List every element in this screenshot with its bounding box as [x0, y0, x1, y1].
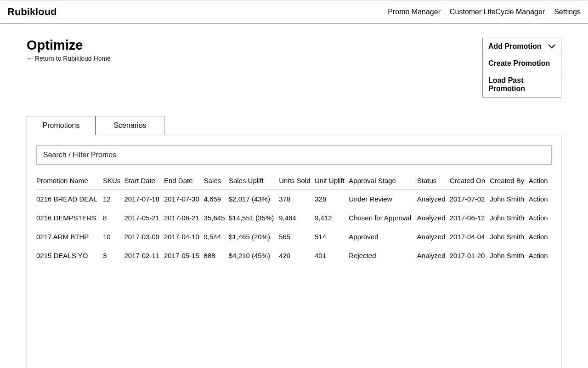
dropdown-load-past-promotion[interactable]: Load Past Promotion — [483, 72, 561, 97]
cell-uplift: $1,465 (20%) — [229, 227, 279, 246]
add-promotion-button[interactable]: Add Promotion — [483, 38, 561, 55]
col-skus: SKUs — [103, 172, 124, 190]
cell-start: 2017-05-21 — [124, 208, 164, 227]
cell-stage: Chosen for Approval — [349, 208, 417, 227]
dropdown-create-promotion[interactable]: Create Promotion — [483, 55, 561, 72]
table-row: 0217 ARM BTHP102017-03-092017-04-109,544… — [36, 227, 552, 246]
col-unit-uplift: Unit Uplift — [315, 172, 349, 190]
cell-end: 2017-06-21 — [164, 208, 204, 227]
cell-name: 0217 ARM BTHP — [36, 227, 103, 246]
cell-created-by: John Smith — [490, 208, 529, 227]
cell-created-by: John Smith — [490, 227, 529, 246]
cell-created-on: 2017-07-02 — [450, 190, 490, 209]
cell-units: 378 — [279, 190, 315, 209]
promotions-panel: Promotion Name SKUs Start Date End Date … — [27, 135, 561, 368]
cell-unit-uplift: 9,412 — [315, 208, 349, 227]
cell-sales: 888 — [204, 246, 229, 265]
col-action: Action — [529, 172, 552, 190]
chevron-down-icon — [548, 42, 555, 51]
cell-action[interactable]: Action — [529, 190, 552, 209]
col-status: Status — [417, 172, 450, 190]
cell-start: 2017-07-18 — [124, 190, 164, 209]
cell-skus: 3 — [103, 246, 124, 265]
search-input[interactable] — [36, 145, 552, 165]
tab-scenarios[interactable]: Scenarios — [96, 116, 164, 135]
cell-created-on: 2017-06-12 — [450, 208, 490, 227]
cell-created-by: John Smith — [490, 190, 529, 209]
app-header: Rubikloud Promo Manager Customer LifeCyc… — [0, 0, 588, 24]
cell-stage: Approved — [349, 227, 417, 246]
cell-name: 0215 DEALS YO — [36, 246, 103, 265]
nav-customer-lifecycle[interactable]: Customer LifeCycle Manager — [450, 8, 545, 16]
add-promotion-dropdown: Add Promotion Create Promotion Load Past… — [482, 38, 561, 98]
cell-skus: 8 — [103, 208, 124, 227]
cell-end: 2017-05-15 — [164, 246, 204, 265]
return-link[interactable]: ← Return to Rubikloud Home — [27, 55, 111, 62]
table-header-row: Promotion Name SKUs Start Date End Date … — [36, 172, 552, 190]
cell-action[interactable]: Action — [529, 227, 552, 246]
cell-sales: 9,544 — [204, 227, 229, 246]
cell-units: 420 — [279, 246, 315, 265]
cell-uplift: $14,551 (35%) — [229, 208, 279, 227]
cell-skus: 12 — [103, 190, 124, 209]
tab-bar: Promotions Scenarios — [27, 116, 561, 135]
col-start-date: Start Date — [124, 172, 164, 190]
col-created-on: Created On — [450, 172, 490, 190]
col-sales: Sales — [204, 172, 229, 190]
cell-units: 565 — [279, 227, 315, 246]
cell-status: Analyzed — [417, 246, 450, 265]
cell-status: Analyzed — [417, 208, 450, 227]
page-content: Optimize ← Return to Rubikloud Home Add … — [0, 24, 588, 368]
table-row: 0216 BREAD DEAL122017-07-182017-07-304,6… — [36, 190, 552, 209]
cell-action[interactable]: Action — [529, 208, 552, 227]
add-promotion-label: Add Promotion — [488, 42, 542, 51]
cell-action[interactable]: Action — [529, 246, 552, 265]
cell-unit-uplift: 514 — [315, 227, 349, 246]
cell-sales: 35,645 — [204, 208, 229, 227]
cell-skus: 10 — [103, 227, 124, 246]
cell-sales: 4,659 — [204, 190, 229, 209]
cell-units: 9,464 — [279, 208, 315, 227]
cell-end: 2017-04-10 — [164, 227, 204, 246]
cell-uplift: $2,017 (43%) — [229, 190, 279, 209]
col-end-date: End Date — [164, 172, 204, 190]
cell-start: 2017-02-11 — [124, 246, 164, 265]
cell-end: 2017-07-30 — [164, 190, 204, 209]
table-row: 0216 DEMPSTERS82017-05-212017-06-2135,64… — [36, 208, 552, 227]
nav-settings[interactable]: Settings — [554, 8, 581, 16]
col-promotion-name: Promotion Name — [36, 172, 103, 190]
cell-start: 2017-03-09 — [124, 227, 164, 246]
cell-name: 0216 BREAD DEAL — [36, 190, 103, 209]
brand-logo[interactable]: Rubikloud — [7, 6, 57, 18]
cell-unit-uplift: 401 — [315, 246, 349, 265]
col-units-sold: Units Sold — [279, 172, 315, 190]
table-row: 0215 DEALS YO32017-02-112017-05-15888$4,… — [36, 246, 552, 265]
cell-name: 0216 DEMPSTERS — [36, 208, 103, 227]
cell-stage: Rejected — [349, 246, 417, 265]
nav-promo-manager[interactable]: Promo Manager — [388, 8, 441, 16]
cell-stage: Under Review — [349, 190, 417, 209]
col-sales-uplift: Sales Uplift — [229, 172, 279, 190]
promotions-table: Promotion Name SKUs Start Date End Date … — [36, 172, 552, 265]
top-nav: Promo Manager Customer LifeCycle Manager… — [388, 8, 581, 16]
cell-created-on: 2017-04-04 — [450, 227, 490, 246]
page-title: Optimize — [27, 38, 111, 53]
title-block: Optimize ← Return to Rubikloud Home — [27, 38, 111, 62]
cell-created-by: John Smith — [490, 246, 529, 265]
title-row: Optimize ← Return to Rubikloud Home Add … — [27, 38, 561, 98]
tab-promotions[interactable]: Promotions — [27, 116, 96, 135]
cell-uplift: $4,210 (45%) — [229, 246, 279, 265]
cell-status: Analyzed — [417, 227, 450, 246]
col-approval-stage: Approval Stage — [349, 172, 417, 190]
cell-status: Analyzed — [417, 190, 450, 209]
col-created-by: Created By — [490, 172, 529, 190]
cell-created-on: 2017-01-20 — [450, 246, 490, 265]
cell-unit-uplift: 328 — [315, 190, 349, 209]
